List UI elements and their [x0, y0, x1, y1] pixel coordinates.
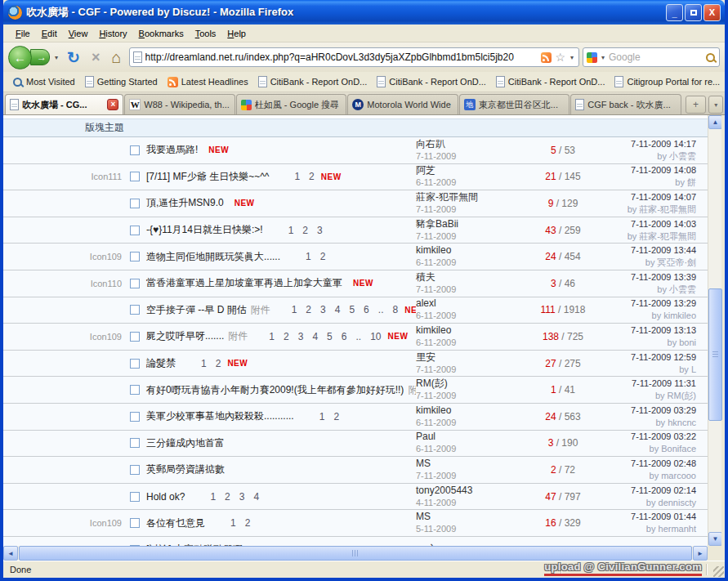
topic-checkbox[interactable] [130, 332, 140, 342]
topic-title-link[interactable]: [7/11] MF少爺 生日快樂~~^^ [146, 170, 269, 184]
author-link[interactable]: 向右趴 [416, 138, 530, 150]
page-link[interactable]: 4 [312, 331, 318, 342]
topic-title-link[interactable]: 屍之哎呼早呀....... [146, 329, 224, 343]
last-post-by[interactable]: by marcooo [596, 470, 696, 482]
topic-title-link[interactable]: 論髮禁 [146, 356, 176, 370]
topic-title-link[interactable]: 空手接子彈 --早 D 開估 [146, 303, 247, 317]
page-link[interactable]: 2 [320, 251, 326, 262]
vertical-scrollbar[interactable]: ▲ ▼ [708, 115, 721, 546]
bookmark-item[interactable]: CitiBank - Report OnD... [492, 74, 610, 89]
reload-button[interactable]: ↻ [63, 48, 84, 67]
topic-title-link[interactable]: 各位有乜意見 [146, 516, 205, 530]
page-link[interactable]: 1 [230, 517, 236, 529]
author-link[interactable]: MS [416, 458, 530, 470]
author-link[interactable]: kimkileo [416, 404, 530, 417]
page-link[interactable]: 3 [320, 304, 326, 315]
page-link[interactable]: 2 [306, 304, 311, 315]
scroll-left-icon[interactable]: ◄ [3, 546, 18, 561]
topic-checkbox[interactable] [130, 252, 140, 261]
topic-checkbox[interactable] [130, 305, 140, 315]
page-link[interactable]: 6 [364, 304, 369, 315]
topic-title-link[interactable]: 三分鐘成內地首富 [146, 436, 225, 450]
menu-history[interactable]: History [93, 27, 132, 40]
page-link[interactable]: 1 [292, 304, 297, 315]
page-link[interactable]: 3 [239, 491, 245, 503]
author-link[interactable]: alexl [416, 297, 530, 310]
page-link[interactable]: 2 [225, 491, 230, 503]
author-link[interactable]: tony2005443 [416, 485, 530, 497]
scroll-down-icon[interactable]: ▼ [708, 532, 722, 546]
last-post-by[interactable]: by 小雲雲 [596, 150, 696, 163]
author-link[interactable]: 積夫 [416, 271, 530, 284]
page-link[interactable]: 2 [302, 225, 308, 236]
topic-checkbox[interactable] [130, 518, 140, 528]
page-link[interactable]: 1 [201, 358, 207, 369]
menu-bookmarks[interactable]: Bookmarks [133, 27, 190, 40]
scroll-up-icon[interactable]: ▲ [708, 115, 722, 129]
horizontal-scroll-thumb[interactable] [19, 546, 692, 561]
topic-title-link[interactable]: -{♥}11月14日就生日快樂:>! [146, 223, 263, 237]
tab[interactable]: CGF back - 吹水廣... [570, 94, 681, 114]
vertical-scroll-track[interactable] [708, 129, 721, 532]
page-link[interactable]: 4 [335, 304, 341, 315]
author-link[interactable]: kimkileo [416, 324, 530, 337]
page-link[interactable]: 1 [294, 171, 300, 182]
page-link[interactable]: 4 [253, 491, 259, 503]
page-link[interactable]: 2 [333, 411, 339, 422]
rss-feed-icon[interactable] [541, 52, 552, 63]
author-link[interactable]: RM(彭) [416, 378, 530, 390]
page-link[interactable]: 10 [370, 331, 381, 342]
author-link[interactable]: Paul [416, 431, 530, 443]
last-post-by[interactable]: by 莊家-犯罪無間 [596, 230, 696, 243]
page-link[interactable]: 2 [216, 358, 221, 369]
last-post-by[interactable]: by hkncnc [596, 417, 696, 429]
topic-checkbox[interactable] [130, 226, 140, 235]
page-link[interactable]: 6 [342, 331, 347, 342]
topic-checkbox[interactable] [130, 199, 140, 208]
last-post-by[interactable]: by hermanht [596, 523, 696, 535]
page-link[interactable]: 1 [210, 491, 216, 503]
stop-button[interactable]: × [87, 49, 105, 66]
topic-checkbox[interactable] [130, 385, 140, 395]
last-post-by[interactable]: by 小雲雲 [596, 284, 696, 296]
last-post-by[interactable]: by 冥亞帝‧劍 [596, 257, 696, 269]
author-link[interactable]: 豬拿BaBii [416, 218, 530, 230]
topic-checkbox[interactable] [130, 492, 140, 502]
page-link[interactable]: 3 [317, 225, 323, 236]
menu-help[interactable]: Help [221, 27, 252, 40]
topic-checkbox[interactable] [130, 412, 140, 422]
topic-title-link[interactable]: 造物主同佢地開既玩笑眞大...... [146, 250, 280, 264]
topic-title-link[interactable]: 英郵局勞資講掂數 [146, 463, 225, 476]
resize-grip[interactable] [713, 566, 724, 577]
home-button[interactable]: ⌂ [107, 48, 125, 67]
tab[interactable]: MMotorola World Wide [347, 94, 458, 114]
bookmark-item[interactable]: Getting Started [81, 74, 162, 89]
author-link[interactable]: kimkileo [416, 244, 530, 257]
last-post-by[interactable]: by denniscty [596, 497, 696, 509]
back-button[interactable]: ← [8, 46, 32, 69]
tab[interactable]: 杜如風 - Google 搜尋 [236, 94, 347, 114]
search-bar[interactable]: ▾ [583, 47, 720, 67]
last-post-by[interactable]: by 餅 [596, 177, 696, 189]
tab[interactable]: WW88 - Wikipedia, th... [124, 94, 235, 114]
search-input[interactable] [609, 51, 703, 63]
menu-file[interactable]: File [10, 27, 36, 40]
forward-button[interactable]: → [30, 49, 50, 65]
bookmark-item[interactable]: Most Visited [8, 75, 79, 89]
page-link[interactable]: 5 [349, 304, 355, 315]
list-all-tabs-button[interactable]: ▾ [708, 96, 723, 114]
topic-title-link[interactable]: 有好0嘢玩青協青小年耐力賽2009!(我上年都有參加好好玩!!) [146, 383, 404, 397]
page-link[interactable]: 5 [327, 331, 333, 342]
topic-checkbox[interactable] [130, 438, 140, 448]
restore-button[interactable] [685, 4, 702, 21]
page-link[interactable]: 2 [245, 517, 251, 529]
last-post-by[interactable]: by 莊家-犯罪無間 [596, 203, 696, 216]
bookmark-star-icon[interactable]: ☆ [555, 51, 565, 63]
google-engine-icon[interactable] [587, 52, 597, 63]
menu-view[interactable]: View [63, 27, 94, 40]
search-magnifier-icon[interactable] [705, 52, 716, 63]
vertical-scroll-thumb[interactable] [708, 288, 722, 421]
url-input[interactable] [145, 51, 538, 63]
page-link[interactable]: 3 [298, 331, 304, 342]
new-tab-button[interactable]: + [686, 96, 707, 114]
